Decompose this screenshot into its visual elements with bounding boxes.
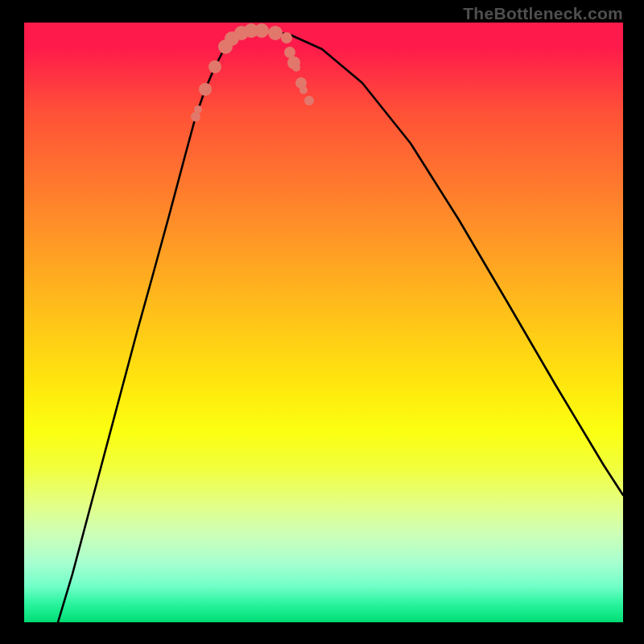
svg-point-16	[304, 96, 314, 105]
svg-point-2	[199, 83, 212, 96]
curve-line	[58, 31, 623, 622]
svg-point-15	[299, 86, 308, 94]
svg-point-8	[254, 23, 269, 38]
svg-point-10	[281, 32, 292, 43]
svg-point-3	[208, 60, 221, 73]
svg-point-13	[292, 64, 300, 72]
chart-overlay	[0, 0, 644, 644]
watermark-text: TheBottleneck.com	[463, 4, 623, 23]
svg-point-11	[284, 47, 295, 58]
svg-point-1	[194, 105, 202, 114]
chart-frame: TheBottleneck.com	[0, 0, 644, 644]
svg-point-9	[268, 26, 283, 40]
